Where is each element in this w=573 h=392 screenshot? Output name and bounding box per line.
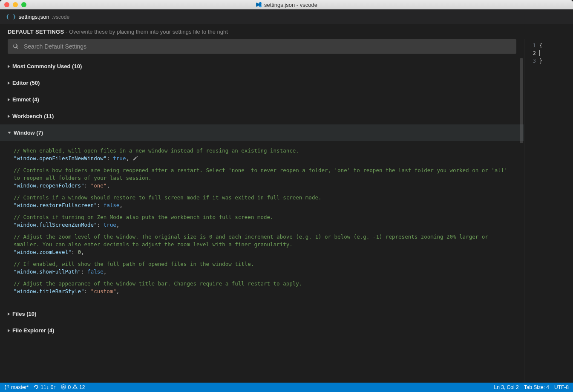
- twisty-icon: [8, 81, 10, 85]
- setting-key: "window.zoomLevel": [14, 249, 71, 255]
- setting-value: "custom": [91, 288, 116, 294]
- colon: :: [97, 222, 104, 228]
- setting-key: "window.fullScreenZenMode": [14, 222, 97, 228]
- sections-list[interactable]: Most Commonly Used (10)Editor (50)Emmet …: [0, 58, 524, 383]
- app-window: settings.json - vscode { } settings.json…: [0, 0, 573, 392]
- traffic-lights: [0, 2, 26, 7]
- tabbar: { } settings.json .vscode: [0, 9, 573, 24]
- warning-icon: [72, 384, 78, 391]
- section-header-file-explorer[interactable]: File Explorer (4): [0, 322, 524, 339]
- setting-block: // When enabled, will open files in a ne…: [14, 147, 516, 162]
- section-label: Emmet (4): [12, 96, 39, 103]
- setting-value: 0: [78, 249, 81, 255]
- sync-out-label: 0↑: [51, 384, 56, 390]
- twisty-icon: [8, 312, 10, 316]
- editor-code-area[interactable]: {}: [539, 39, 573, 383]
- search-box[interactable]: [8, 39, 516, 54]
- setting-comment: // If enabled, will show the full path o…: [14, 260, 516, 268]
- section-header-workbench[interactable]: Workbench (11): [0, 108, 524, 124]
- line-number: 2: [524, 49, 539, 57]
- trailing-comma: ,: [107, 182, 110, 189]
- setting-block: // If enabled, will show the full path o…: [14, 260, 516, 276]
- colon: :: [81, 268, 87, 275]
- code-line[interactable]: }: [539, 57, 573, 65]
- section-header-window[interactable]: Window (7): [0, 124, 524, 141]
- search-icon: [13, 43, 19, 49]
- minimize-window-button[interactable]: [13, 2, 18, 7]
- setting-line: "window.openFilesInNewWindow": true,: [14, 155, 516, 162]
- code-line[interactable]: [539, 49, 573, 57]
- setting-block: // Controls how folders are being reopen…: [14, 167, 516, 190]
- cursor-position-label: Ln 3, Col 2: [494, 384, 519, 390]
- default-settings-pane: Most Commonly Used (10)Editor (50)Emmet …: [0, 39, 524, 383]
- setting-line: "window.fullScreenZenMode": true,: [14, 221, 516, 229]
- setting-line: "window.restoreFullscreen": false,: [14, 202, 516, 209]
- edit-pencil-icon[interactable]: [132, 155, 138, 161]
- problems-item[interactable]: 0 12: [61, 384, 85, 391]
- setting-value: false: [87, 268, 104, 275]
- git-branch-label: master*: [11, 384, 29, 390]
- section-label: Workbench (11): [12, 113, 54, 119]
- maximize-window-button[interactable]: [21, 2, 26, 7]
- setting-key: "window.restoreFullscreen": [14, 202, 97, 208]
- setting-value: true: [113, 155, 126, 161]
- setting-comment: // Controls if turning on Zen Mode also …: [14, 213, 516, 221]
- section-label: Most Commonly Used (10): [12, 63, 82, 69]
- git-sync-item[interactable]: 11↓ 0↑: [34, 384, 56, 391]
- statusbar: master* 11↓ 0↑ 0 12 L: [0, 383, 573, 392]
- colon: :: [97, 202, 104, 208]
- git-branch-item[interactable]: master*: [4, 384, 29, 391]
- trailing-comma: ,: [119, 202, 123, 208]
- cursor-position-item[interactable]: Ln 3, Col 2: [494, 384, 519, 390]
- tab-settings-json[interactable]: { } settings.json .vscode: [6, 14, 69, 20]
- window-title: settings.json - vscode: [0, 0, 573, 9]
- tab-size-item[interactable]: Tab Size: 4: [524, 384, 549, 390]
- section-body-window: // When enabled, will open files in a ne…: [0, 141, 524, 306]
- section-label: Window (7): [14, 130, 43, 136]
- twisty-icon: [8, 115, 10, 118]
- search-input[interactable]: [23, 43, 511, 50]
- sync-in-label: 11↓: [40, 384, 49, 390]
- setting-comment: // Controls if a window should restore t…: [14, 194, 516, 202]
- tab-size-label: Tab Size: 4: [524, 384, 549, 390]
- setting-block: // Adjust the zoom level of the window. …: [14, 233, 516, 256]
- setting-comment: // When enabled, will open files in a ne…: [14, 147, 516, 155]
- text-cursor: [539, 50, 540, 56]
- colon: :: [84, 182, 91, 189]
- setting-key: "window.reopenFolders": [14, 182, 84, 189]
- setting-block: // Adjust the appearance of the window t…: [14, 280, 516, 295]
- colon: :: [84, 288, 91, 294]
- setting-key: "window.showFullPath": [14, 268, 81, 275]
- twisty-icon: [8, 132, 11, 134]
- section-header-emmet[interactable]: Emmet (4): [0, 91, 524, 108]
- window-title-text: settings.json - vscode: [264, 2, 317, 8]
- setting-line: "window.titleBarStyle": "custom",: [14, 288, 516, 295]
- encoding-item[interactable]: UTF-8: [554, 384, 569, 390]
- section-label: Files (10): [12, 311, 36, 317]
- warnings-count: 12: [79, 384, 85, 390]
- section-header-most-commonly-used[interactable]: Most Commonly Used (10): [0, 58, 524, 75]
- twisty-icon: [8, 98, 10, 101]
- mac-titlebar: settings.json - vscode: [0, 0, 573, 9]
- trailing-comma: ,: [126, 155, 129, 161]
- settings-subtitle: DEFAULT SETTINGS - Overwrite these by pl…: [0, 24, 573, 39]
- trailing-comma: ,: [116, 288, 120, 294]
- setting-line: "window.reopenFolders": "one",: [14, 182, 516, 190]
- sync-icon: [34, 384, 39, 391]
- setting-comment: // Controls how folders are being reopen…: [14, 167, 516, 182]
- setting-value: "one": [91, 182, 107, 189]
- setting-key: "window.titleBarStyle": [14, 288, 84, 294]
- user-settings-editor[interactable]: 123 {}: [524, 39, 573, 383]
- tab-file-name: settings.json: [18, 14, 49, 20]
- encoding-label: UTF-8: [554, 384, 569, 390]
- close-window-button[interactable]: [4, 2, 9, 7]
- section-label: File Explorer (4): [12, 327, 54, 334]
- section-header-files[interactable]: Files (10): [0, 306, 524, 322]
- section-header-editor[interactable]: Editor (50): [0, 75, 524, 91]
- setting-line: "window.showFullPath": false,: [14, 268, 516, 276]
- code-line[interactable]: {: [539, 42, 573, 49]
- line-number-gutter: 123: [524, 39, 539, 383]
- json-file-icon: { }: [6, 14, 16, 20]
- search-wrap: [0, 39, 524, 58]
- setting-block: // Controls if a window should restore t…: [14, 194, 516, 209]
